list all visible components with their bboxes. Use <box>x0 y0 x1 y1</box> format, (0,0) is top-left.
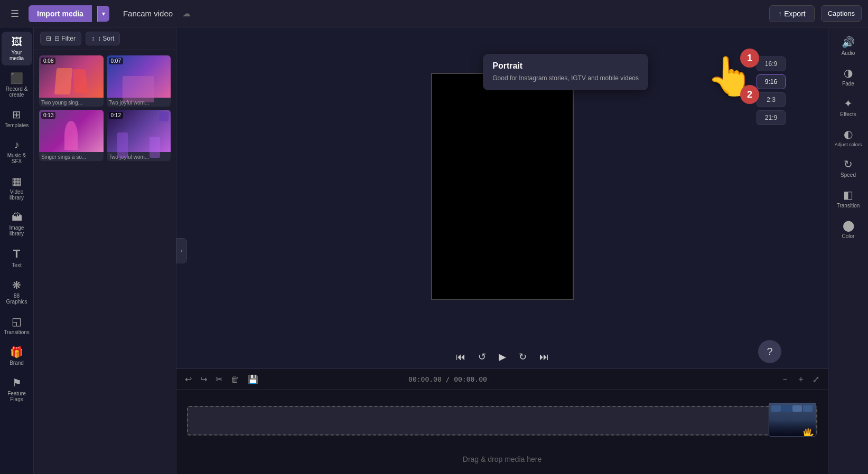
forward-button[interactable]: ↻ <box>517 349 529 365</box>
music-icon: ♪ <box>14 139 20 151</box>
delete-button[interactable]: 🗑 <box>229 373 241 386</box>
right-tool-speed[interactable]: ↻ Speed <box>830 154 866 182</box>
media-thumb-2[interactable]: 0:07 Two joyful wom... <box>107 55 171 107</box>
undo-button[interactable]: ↩ <box>183 372 194 386</box>
right-tool-transition[interactable]: ◧ Transition <box>830 184 866 213</box>
sidebar-item-feature-flags[interactable]: ⚑ Feature Flags <box>2 372 32 406</box>
export-button[interactable]: ↑ Export <box>769 5 814 22</box>
expand-button[interactable]: ⤢ <box>810 372 822 387</box>
import-dropdown-button[interactable]: ▾ <box>97 6 109 22</box>
cloud-icon: ☁ <box>182 8 191 18</box>
redo-button[interactable]: ↪ <box>198 372 209 386</box>
right-tool-label: Speed <box>841 172 856 178</box>
cursor-container: 👆 1 2 <box>706 54 754 99</box>
sidebar-item-label: Your media <box>4 50 30 61</box>
left-sidebar: 🖼 Your media ⬛ Record &create ⊞ Template… <box>0 27 34 474</box>
save-button[interactable]: 💾 <box>246 372 260 386</box>
sidebar-item-brand[interactable]: 🎁 Brand <box>2 342 32 370</box>
skip-forward-button[interactable]: ⏭ <box>537 349 551 365</box>
right-tool-fade[interactable]: ◑ Fade <box>830 62 866 91</box>
effects-icon: ✦ <box>844 97 853 110</box>
sidebar-item-image-library[interactable]: 🏔 Image library <box>2 207 32 241</box>
right-tool-adjust-colors[interactable]: ◐ Adjust colors <box>830 124 866 151</box>
topbar-right: ↑ Export Captions <box>769 5 862 22</box>
right-tool-label: Color <box>842 233 855 239</box>
color-icon: ⬤ <box>843 219 854 232</box>
right-tool-audio[interactable]: 🔊 Audio <box>830 32 866 60</box>
media-thumb-1[interactable]: 0:08 Two young sing... <box>39 55 104 107</box>
cut-button[interactable]: ✂ <box>213 372 225 386</box>
timeline-clip[interactable]: 🖐️ <box>769 403 816 437</box>
feature-flags-icon: ⚑ <box>12 376 22 389</box>
skip-back-button[interactable]: ⏮ <box>454 349 468 365</box>
record-icon: ⬛ <box>10 72 23 84</box>
sidebar-item-record-create[interactable]: ⬛ Record &create <box>2 68 32 102</box>
sidebar-item-transitions[interactable]: ◱ Transitions <box>2 311 32 339</box>
menu-button[interactable]: ☰ <box>6 5 23 22</box>
right-tool-label: Fade <box>842 81 854 87</box>
sidebar-item-label: Text <box>12 262 21 268</box>
zoom-in-button[interactable]: ＋ <box>795 372 807 387</box>
audio-icon: 🔊 <box>842 36 855 49</box>
zoom-out-button[interactable]: － <box>779 372 791 387</box>
sidebar-item-templates[interactable]: ⊞ Templates <box>2 104 32 132</box>
sidebar-item-label: Transitions <box>4 329 30 335</box>
project-title: Fancam video <box>123 9 173 18</box>
sidebar-item-graphics[interactable]: ❋ 88 Graphics <box>2 274 32 309</box>
timeline-toolbar: ↩ ↪ ✂ 🗑 💾 00:00.00 / 00:00.00 － ＋ ⤢ <box>176 369 828 390</box>
aspect-2-3-button[interactable]: 2:3 <box>757 92 786 107</box>
right-tool-label: Audio <box>842 50 855 56</box>
aspect-21-9-button[interactable]: 21:9 <box>757 110 786 125</box>
cursor-hand-icon: 👆 <box>706 55 754 97</box>
adjust-colors-icon: ◐ <box>844 128 853 140</box>
timeline-zoom-controls: － ＋ ⤢ <box>779 372 822 387</box>
topbar: ☰ Import media ▾ Fancam video ☁ ↑ Export… <box>0 0 868 27</box>
aspect-9-16-button[interactable]: 9:16 <box>757 74 786 89</box>
help-button[interactable]: ? <box>758 340 781 363</box>
templates-icon: ⊞ <box>12 108 21 121</box>
speed-icon: ↻ <box>844 158 853 170</box>
right-tool-color[interactable]: ⬤ Color <box>830 215 866 243</box>
media-thumb-3[interactable]: 0:13 Singer sings a so... <box>39 110 104 161</box>
import-media-button[interactable]: Import media <box>29 5 92 22</box>
your-media-icon: 🖼 <box>12 36 22 48</box>
sidebar-item-label: Music & SFX <box>4 153 30 164</box>
play-button[interactable]: ▶ <box>497 349 508 365</box>
aspect-16-9-button[interactable]: 16:9 <box>757 56 786 71</box>
captions-button[interactable]: Captions <box>821 5 862 22</box>
menu-icon: ☰ <box>11 8 19 20</box>
playback-controls: ⏮ ↺ ▶ ↻ ⏭ <box>176 345 828 368</box>
sort-icon: ↕ <box>91 35 95 42</box>
fade-icon: ◑ <box>844 67 853 79</box>
timeline-time-display: 00:00.00 / 00:00.00 <box>408 375 487 383</box>
clip-thumbnail: 🖐️ <box>769 403 816 436</box>
media-grid: 0:08 Two young sing... 0:07 Two joyful w… <box>34 50 176 166</box>
sidebar-item-label: Record &create <box>6 86 28 98</box>
sidebar-item-label: 88 Graphics <box>4 293 30 305</box>
timeline-track: 🖐️ <box>187 406 817 435</box>
sidebar-item-label: Video library <box>4 189 30 201</box>
sidebar-item-music-sfx[interactable]: ♪ Music & SFX <box>2 135 32 168</box>
media-thumb-4[interactable]: 0:12 Two joyful wom... <box>107 110 171 161</box>
canvas-area: Portrait Good for Instagram stories, IGT… <box>176 27 828 345</box>
graphics-icon: ❋ <box>12 279 21 291</box>
right-tool-effects[interactable]: ✦ Effects <box>830 93 866 121</box>
sidebar-item-text[interactable]: T Text <box>2 243 32 272</box>
rewind-button[interactable]: ↺ <box>476 349 488 365</box>
sidebar-item-label: Brand <box>10 360 24 366</box>
video-library-icon: ▦ <box>12 175 22 187</box>
aspect-tooltip-description: Good for Instagram stories, IGTV and mob… <box>492 74 639 83</box>
aspect-ratio-panel: 16:9 9:16 2:3 21:9 <box>757 56 786 125</box>
sidebar-item-label: Templates <box>5 122 29 128</box>
thumb-duration-1: 0:08 <box>41 58 55 64</box>
sort-button[interactable]: ↕ ↕ Sort <box>86 32 120 45</box>
video-canvas <box>431 73 574 300</box>
collapse-panel-button[interactable]: ‹ <box>176 238 187 263</box>
right-tool-label: Effects <box>840 111 856 117</box>
sidebar-item-your-media[interactable]: 🖼 Your media <box>2 32 32 65</box>
filter-button[interactable]: ⊟ ⊟ Filter <box>40 32 81 45</box>
timeline-content: 🖐️ Drag & drop media here <box>176 390 828 474</box>
transitions-icon: ◱ <box>12 315 22 328</box>
sidebar-item-video-library[interactable]: ▦ Video library <box>2 170 32 205</box>
aspect-tooltip-title: Portrait <box>492 61 639 71</box>
